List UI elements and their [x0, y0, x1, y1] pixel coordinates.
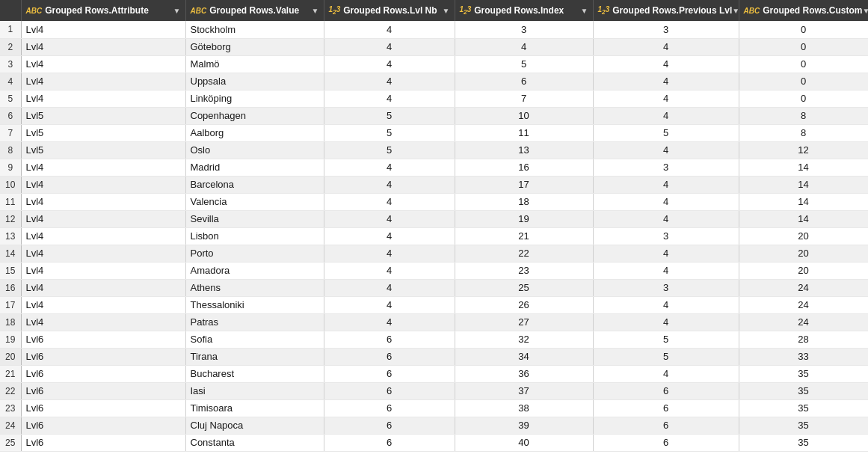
table-row: 16Lvl4Athens425324 [0, 279, 868, 296]
index-cell: 37 [455, 382, 593, 399]
prev-cell: 4 [593, 313, 739, 331]
lvlnb-cell: 5 [324, 107, 455, 124]
val-cell: Valencia [185, 193, 324, 210]
table-row: 3Lvl4Malmö4540 [0, 55, 868, 73]
row-number-cell: 4 [0, 73, 21, 90]
custom-cell: 33 [739, 348, 868, 365]
table-row: 7Lvl5Aalborg51158 [0, 124, 868, 141]
prev-cell: 6 [593, 382, 739, 399]
custom-cell: 24 [739, 313, 868, 331]
attr-cell: Lvl4 [21, 193, 185, 210]
prev-cell: 4 [593, 365, 739, 382]
custom-cell: 24 [739, 279, 868, 296]
row-number-cell: 22 [0, 382, 21, 399]
attr-cell: Lvl6 [21, 348, 185, 365]
attr-cell: Lvl6 [21, 382, 185, 399]
custom-cell: 0 [739, 73, 868, 90]
attr-cell: Lvl4 [21, 210, 185, 227]
prev-cell: 4 [593, 90, 739, 107]
lvlnb-cell: 4 [324, 21, 455, 38]
lvlnb-cell: 6 [324, 417, 455, 434]
row-number-cell: 10 [0, 176, 21, 193]
index-cell: 25 [455, 279, 593, 296]
attr-cell: Lvl4 [21, 73, 185, 90]
index-cell: 17 [455, 176, 593, 193]
col-label-custom: Grouped Rows.Custom [763, 5, 862, 16]
index-cell: 22 [455, 245, 593, 262]
table-row: 5Lvl4Linköping4740 [0, 90, 868, 107]
custom-cell: 0 [739, 38, 868, 55]
col-header-val[interactable]: ABC Grouped Rows.Value ▼ [185, 0, 324, 21]
table-row: 24Lvl6Cluj Napoca639635 [0, 417, 868, 434]
custom-cell: 0 [739, 21, 868, 38]
prev-cell: 4 [593, 210, 739, 227]
lvlnb-cell: 4 [324, 73, 455, 90]
index-cell: 27 [455, 313, 593, 331]
lvlnb-cell: 6 [324, 434, 455, 451]
col-header-attr[interactable]: ABC Grouped Rows.Attribute ▼ [21, 0, 185, 21]
val-cell: Bucharest [185, 365, 324, 382]
col-header-custom[interactable]: ABC Grouped Rows.Custom ▼ [739, 0, 868, 21]
lvlnb-cell: 4 [324, 90, 455, 107]
attr-cell: Lvl6 [21, 365, 185, 382]
val-cell: Linköping [185, 90, 324, 107]
lvlnb-cell: 4 [324, 210, 455, 227]
table-row: 13Lvl4Lisbon421320 [0, 227, 868, 245]
val-cell: Copenhagen [185, 107, 324, 124]
col-type-icon-prev: 123 [598, 5, 610, 16]
index-cell: 40 [455, 434, 593, 451]
val-cell: Uppsala [185, 73, 324, 90]
table-row: 21Lvl6Bucharest636435 [0, 365, 868, 382]
val-cell: Timisoara [185, 399, 324, 417]
custom-cell: 35 [739, 434, 868, 451]
filter-icon-index[interactable]: ▼ [581, 7, 588, 15]
prev-cell: 4 [593, 55, 739, 73]
prev-cell: 3 [593, 227, 739, 245]
custom-cell: 14 [739, 210, 868, 227]
table-row: 19Lvl6Sofia632528 [0, 331, 868, 348]
prev-cell: 6 [593, 399, 739, 417]
custom-cell: 12 [739, 141, 868, 159]
lvlnb-cell: 4 [324, 227, 455, 245]
filter-icon-val[interactable]: ▼ [312, 7, 319, 15]
index-cell: 5 [455, 55, 593, 73]
col-label-lvlnb: Grouped Rows.Lvl Nb [343, 5, 437, 16]
attr-cell: Lvl4 [21, 55, 185, 73]
attr-cell: Lvl6 [21, 331, 185, 348]
val-cell: Tirana [185, 348, 324, 365]
col-type-icon-val: ABC [191, 7, 207, 15]
col-header-index[interactable]: 123 Grouped Rows.Index ▼ [455, 0, 593, 21]
val-cell: Sofia [185, 331, 324, 348]
row-number-cell: 25 [0, 434, 21, 451]
prev-cell: 4 [593, 73, 739, 90]
main-table-container: ABC Grouped Rows.Attribute ▼ ABC Grouped… [0, 0, 868, 460]
index-cell: 26 [455, 296, 593, 313]
filter-icon-attr[interactable]: ▼ [173, 7, 181, 15]
filter-icon-prev[interactable]: ▼ [732, 7, 739, 15]
col-header-prev[interactable]: 123 Grouped Rows.Previous Lvl ▼ [593, 0, 739, 21]
table-row: 8Lvl5Oslo513412 [0, 141, 868, 159]
filter-icon-custom[interactable]: ▼ [863, 7, 868, 15]
index-cell: 36 [455, 365, 593, 382]
col-header-lvlnb[interactable]: 123 Grouped Rows.Lvl Nb ▼ [324, 0, 455, 21]
index-cell: 3 [455, 21, 593, 38]
col-type-icon-lvlnb: 123 [329, 5, 341, 16]
filter-icon-lvlnb[interactable]: ▼ [443, 7, 450, 15]
col-type-icon-index: 123 [460, 5, 472, 16]
attr-cell: Lvl6 [21, 434, 185, 451]
index-cell: 38 [455, 399, 593, 417]
val-cell: Aalborg [185, 124, 324, 141]
lvlnb-cell: 6 [324, 382, 455, 399]
attr-cell: Lvl5 [21, 107, 185, 124]
row-number-cell: 24 [0, 417, 21, 434]
custom-cell: 35 [739, 417, 868, 434]
val-cell: Patras [185, 313, 324, 331]
lvlnb-cell: 4 [324, 176, 455, 193]
col-type-icon-attr: ABC [26, 7, 43, 15]
row-number-cell: 13 [0, 227, 21, 245]
prev-cell: 3 [593, 159, 739, 176]
val-cell: Göteborg [185, 38, 324, 55]
table-row: 14Lvl4Porto422420 [0, 245, 868, 262]
col-label-prev: Grouped Rows.Previous Lvl [612, 5, 732, 16]
custom-cell: 20 [739, 262, 868, 279]
